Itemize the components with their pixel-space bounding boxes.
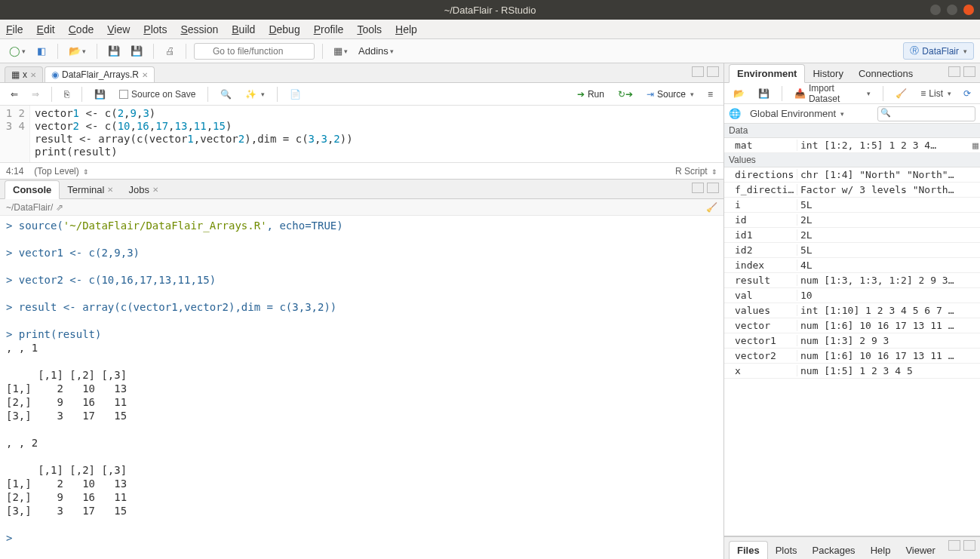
code-editor[interactable]: 1 2 3 4 vector1 <- c(2,9,3) vector2 <- c…	[0, 106, 723, 162]
window-close-button[interactable]	[963, 5, 974, 15]
close-icon[interactable]: ✕	[30, 71, 36, 79]
compile-report-button[interactable]: 📄	[285, 88, 306, 101]
show-in-new-window-button[interactable]: ⎘	[60, 88, 74, 101]
env-variable-row[interactable]: id2L	[724, 213, 980, 228]
menu-plots[interactable]: Plots	[143, 23, 167, 35]
menu-file[interactable]: File	[6, 23, 23, 35]
menu-help[interactable]: Help	[395, 23, 417, 35]
menu-session[interactable]: Session	[180, 23, 218, 35]
window-maximize-button[interactable]	[947, 5, 957, 15]
back-button[interactable]: ⇐	[6, 88, 23, 101]
refresh-button[interactable]: ⟳	[959, 87, 975, 100]
pane-maximize-button[interactable]	[963, 66, 975, 77]
forward-button[interactable]: ⇒	[27, 88, 44, 101]
popup-icon[interactable]: ⇗	[56, 202, 63, 213]
clear-workspace-button[interactable]: 🧹	[891, 87, 911, 100]
tab-help[interactable]: Help	[863, 542, 899, 559]
globe-icon: 🌐	[729, 108, 741, 119]
pane-minimize-button[interactable]	[948, 66, 960, 77]
scope-selector[interactable]: (Top Level) ⇕	[34, 166, 89, 177]
main-toolbar: ◯▾ ◧ 📂▾ 💾 💾 🖨 ➜ ▦▾ Addins ▾ Ⓡ DataFlair …	[0, 39, 980, 63]
run-button[interactable]: ➔ Run	[573, 88, 609, 101]
tab-environment[interactable]: Environment	[729, 64, 805, 83]
tab-connections[interactable]: Connections	[851, 65, 920, 82]
env-variable-row[interactable]: matint [1:2, 1:5] 1 2 3 4…▦	[724, 138, 980, 153]
project-dropdown[interactable]: Ⓡ DataFlair ▾	[903, 42, 974, 60]
new-file-button[interactable]: ◯▾	[6, 43, 29, 60]
window-titlebar: ~/DataFlair - RStudio	[0, 0, 980, 20]
addins-dropdown[interactable]: Addins ▾	[355, 43, 397, 60]
menu-view[interactable]: View	[107, 23, 130, 35]
tab-files[interactable]: Files	[729, 541, 768, 559]
env-variable-row[interactable]: resultnum [1:3, 1:3, 1:2] 2 9 3…	[724, 273, 980, 288]
env-variable-row[interactable]: vectornum [1:6] 10 16 17 13 11 …	[724, 318, 980, 333]
source-button[interactable]: ⇥ Source ▾	[642, 88, 699, 101]
save-workspace-button[interactable]: 💾	[754, 87, 774, 100]
pane-maximize-button[interactable]	[707, 183, 719, 193]
pane-minimize-button[interactable]	[948, 540, 960, 551]
env-variable-row[interactable]: directionschr [1:4] "North" "North"…	[724, 167, 980, 183]
env-variable-row[interactable]: f_directi…Factor w/ 3 levels "North…	[724, 183, 980, 198]
env-variable-row[interactable]: xnum [1:5] 1 2 3 4 5	[724, 364, 980, 379]
open-file-button[interactable]: 📂▾	[66, 43, 89, 60]
tab-terminal[interactable]: Terminal ✕	[60, 181, 121, 198]
tab-viewer[interactable]: Viewer	[898, 542, 943, 559]
source-tab-dataflair-arrays[interactable]: ◉ DataFlair_Arrays.R ✕	[45, 66, 155, 82]
env-variable-row[interactable]: valuesint [1:10] 1 2 3 4 5 6 7 …	[724, 303, 980, 318]
menu-tools[interactable]: Tools	[357, 23, 382, 35]
source-on-save-checkbox[interactable]: Source on Save	[115, 88, 200, 101]
save-script-button[interactable]: 💾	[90, 88, 110, 101]
env-search-input[interactable]	[877, 106, 975, 121]
table-icon: ▦	[11, 69, 20, 80]
env-variable-row[interactable]: index4L	[724, 258, 980, 273]
new-project-button[interactable]: ◧	[33, 43, 50, 60]
env-variable-row[interactable]: id25L	[724, 243, 980, 258]
save-all-button[interactable]: 💾	[127, 43, 146, 60]
window-title: ~/DataFlair - RStudio	[444, 5, 536, 16]
outline-button[interactable]: ≡	[703, 88, 717, 101]
env-scope-bar: 🌐 Global Environment ▾ 🔍	[724, 104, 980, 124]
tab-jobs[interactable]: Jobs ✕	[121, 181, 165, 198]
save-button[interactable]: 💾	[105, 43, 123, 60]
pane-maximize-button[interactable]	[963, 540, 975, 551]
tab-plots[interactable]: Plots	[768, 542, 805, 559]
tab-history[interactable]: History	[805, 65, 850, 82]
code-tools-button[interactable]: ✨▾	[241, 88, 269, 101]
scope-dropdown[interactable]: Global Environment ▾	[745, 106, 849, 121]
env-variable-row[interactable]: vector2num [1:6] 10 16 17 13 11 …	[724, 349, 980, 364]
env-variable-row[interactable]: vector1num [1:3] 2 9 3	[724, 333, 980, 349]
menu-build[interactable]: Build	[232, 23, 255, 35]
goto-file-function-input[interactable]	[194, 43, 315, 60]
menu-debug[interactable]: Debug	[269, 23, 300, 35]
menu-code[interactable]: Code	[69, 23, 94, 35]
close-icon[interactable]: ✕	[142, 71, 148, 79]
expand-icon[interactable]: ▦	[971, 140, 980, 151]
files-pane-tabs: Files Plots Packages Help Viewer	[724, 536, 980, 559]
env-variable-row[interactable]: id12L	[724, 228, 980, 243]
workspace-panes-button[interactable]: ▦▾	[330, 43, 351, 60]
pane-maximize-button[interactable]	[707, 66, 719, 77]
rerun-button[interactable]: ↻➔	[613, 88, 637, 101]
find-replace-button[interactable]: 🔍	[216, 88, 236, 101]
language-selector[interactable]: R Script ⇕	[675, 166, 717, 177]
env-section-header: Values	[724, 153, 980, 167]
print-button[interactable]: 🖨	[161, 43, 178, 60]
pane-minimize-button[interactable]	[692, 183, 704, 193]
menubar: File Edit Code View Plots Session Build …	[0, 20, 980, 39]
env-variable-row[interactable]: val10	[724, 288, 980, 303]
tab-console[interactable]: Console	[5, 180, 60, 199]
menu-edit[interactable]: Edit	[37, 23, 55, 35]
source-tab-x[interactable]: ▦ x ✕	[5, 66, 43, 82]
pane-minimize-button[interactable]	[692, 66, 704, 77]
clear-console-button[interactable]: 🧹	[706, 202, 717, 213]
console-output[interactable]: > source('~/DataFlair/DataFlair_Arrays.R…	[0, 216, 723, 559]
menu-profile[interactable]: Profile	[314, 23, 344, 35]
load-workspace-button[interactable]: 📂	[729, 87, 749, 100]
env-variable-grid[interactable]: Datamatint [1:2, 1:5] 1 2 3 4…▦Valuesdir…	[724, 124, 980, 536]
window-minimize-button[interactable]	[930, 5, 941, 15]
tab-packages[interactable]: Packages	[805, 542, 863, 559]
view-mode-dropdown[interactable]: ≡ List ▾	[916, 87, 956, 100]
source-pane: ▦ x ✕ ◉ DataFlair_Arrays.R ✕ ⇐ ⇒ ⎘	[0, 63, 723, 180]
import-dataset-dropdown[interactable]: 📥 Import Dataset ▾	[790, 81, 875, 106]
env-variable-row[interactable]: i5L	[724, 198, 980, 213]
